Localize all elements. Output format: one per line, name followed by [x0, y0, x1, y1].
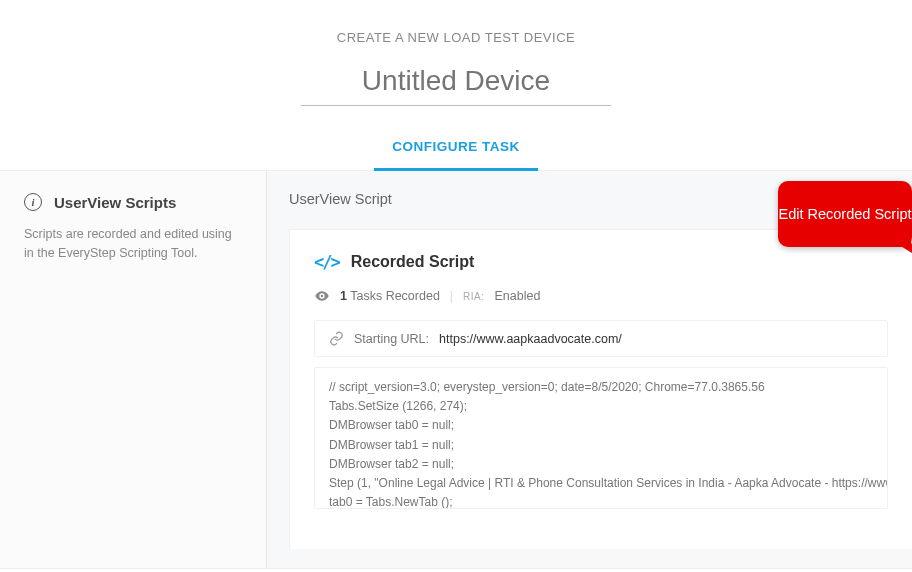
- annotation-text: Edit Recorded Script: [779, 205, 912, 224]
- main-body: i UserView Scripts Scripts are recorded …: [0, 171, 912, 568]
- tab-configure-task[interactable]: CONFIGURE TASK: [374, 129, 538, 171]
- footer: Cancel: [0, 568, 912, 572]
- card-title: Recorded Script: [351, 253, 475, 271]
- card-header: </> Recorded Script: [314, 252, 888, 272]
- page-subtitle: CREATE A NEW LOAD TEST DEVICE: [0, 30, 912, 45]
- ria-value: Enabled: [495, 289, 541, 303]
- header: CREATE A NEW LOAD TEST DEVICE CONFIGURE …: [0, 0, 912, 171]
- recorded-script-card: </> Recorded Script 1 Tasks Recorded | R…: [289, 229, 912, 549]
- starting-url-row: Starting URL: https://www.aapkaadvocate.…: [314, 320, 888, 357]
- code-icon: </>: [314, 252, 339, 272]
- meta-separator: |: [450, 289, 453, 303]
- sidebar-description: Scripts are recorded and edited using in…: [24, 225, 242, 264]
- eye-icon: [314, 288, 330, 304]
- sidebar-title: UserView Scripts: [54, 194, 176, 211]
- device-name-input[interactable]: [301, 61, 611, 106]
- sidebar-header: i UserView Scripts: [24, 193, 242, 211]
- starting-url-value: https://www.aapkaadvocate.com/: [439, 332, 622, 346]
- card-meta: 1 Tasks Recorded | RIA: Enabled: [314, 288, 888, 304]
- link-icon: [329, 331, 344, 346]
- starting-url-label: Starting URL:: [354, 332, 429, 346]
- ria-label: RIA:: [463, 291, 484, 302]
- tab-bar: CONFIGURE TASK: [0, 128, 912, 171]
- sidebar: i UserView Scripts Scripts are recorded …: [0, 171, 267, 568]
- info-icon: i: [24, 193, 42, 211]
- tasks-count: 1 Tasks Recorded: [340, 289, 440, 303]
- script-content[interactable]: // script_version=3.0; everystep_version…: [314, 367, 888, 509]
